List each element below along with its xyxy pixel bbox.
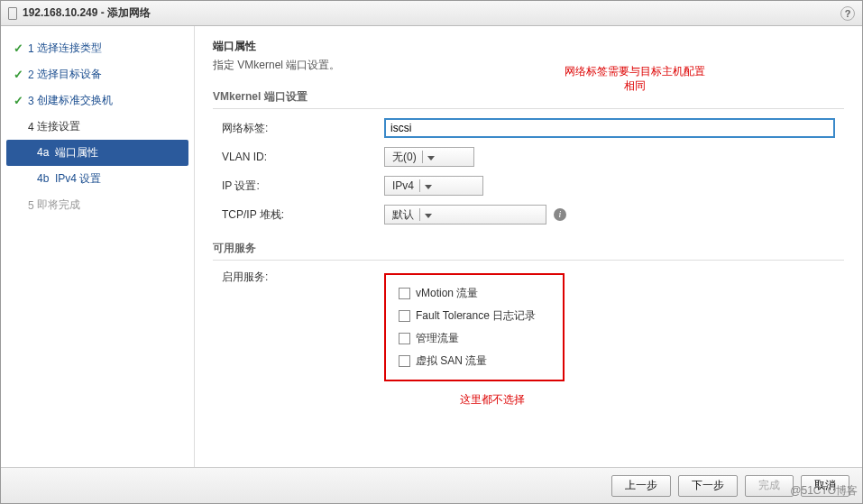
service-vmotion[interactable]: vMotion 流量	[399, 286, 550, 301]
substep-4b[interactable]: 4b IPv4 设置	[1, 166, 194, 192]
chevron-down-icon	[425, 185, 432, 189]
cancel-button[interactable]: 取消	[801, 475, 849, 497]
info-icon[interactable]: i	[554, 208, 566, 221]
wizard-sidebar: ✓ 1 选择连接类型 ✓ 2 选择目标设备 ✓ 3 创建标准交换机 4 连接设置…	[1, 26, 195, 467]
annotation-bottom: 这里都不选择	[420, 392, 565, 408]
services-annotation-box: vMotion 流量 Fault Tolerance 日志记录 管理流量	[384, 273, 565, 381]
check-icon: ✓	[14, 68, 28, 81]
tcpip-label: TCP/IP 堆栈:	[213, 207, 384, 223]
service-mgmt[interactable]: 管理流量	[399, 331, 550, 346]
check-icon: ✓	[14, 41, 28, 55]
chevron-down-icon	[427, 156, 435, 160]
step-1[interactable]: ✓ 1 选择连接类型	[1, 35, 194, 61]
dialog-footer: 上一步 下一步 完成 取消	[1, 467, 862, 503]
annotation-top: 网络标签需要与目标主机配置 相同	[565, 64, 705, 93]
host-icon	[8, 7, 17, 20]
finish-button: 完成	[745, 475, 794, 497]
checkbox-icon[interactable]	[399, 288, 410, 299]
step-4: 4 连接设置	[1, 114, 194, 140]
next-button[interactable]: 下一步	[678, 475, 738, 497]
checkbox-icon[interactable]	[399, 310, 410, 322]
wizard-content: 端口属性 指定 VMkernel 端口设置。 网络标签需要与目标主机配置 相同 …	[195, 26, 862, 467]
page-subtitle: 指定 VMkernel 端口设置。	[213, 58, 844, 73]
back-button[interactable]: 上一步	[611, 475, 671, 497]
service-vsan[interactable]: 虚拟 SAN 流量	[399, 353, 550, 369]
enable-services-label: 启用服务:	[213, 270, 384, 285]
checkbox-icon[interactable]	[399, 333, 410, 344]
step-5: 5 即将完成	[1, 192, 194, 218]
vlan-label: VLAN ID:	[213, 151, 384, 163]
dialog-titlebar: 192.168.10.249 - 添加网络 ?	[1, 1, 862, 26]
substep-4a[interactable]: 4a 端口属性	[6, 140, 188, 166]
service-ft[interactable]: Fault Tolerance 日志记录	[399, 308, 550, 324]
dialog-title: 192.168.10.249 - 添加网络	[23, 5, 151, 21]
ip-dropdown[interactable]: IPv4	[384, 176, 483, 196]
section-services: 可用服务	[213, 241, 844, 261]
help-icon[interactable]: ?	[840, 6, 855, 21]
checkbox-icon[interactable]	[399, 355, 410, 367]
step-2[interactable]: ✓ 2 选择目标设备	[1, 61, 194, 87]
step-3[interactable]: ✓ 3 创建标准交换机	[1, 87, 194, 114]
network-label-label: 网络标签:	[213, 121, 384, 136]
chevron-down-icon	[425, 214, 432, 218]
section-port-settings: VMkernel 端口设置	[213, 89, 844, 109]
vlan-dropdown[interactable]: 无(0)	[384, 147, 474, 167]
ip-label: IP 设置:	[213, 179, 384, 194]
page-title: 端口属性	[213, 39, 844, 54]
network-label-input[interactable]	[384, 118, 835, 138]
check-icon: ✓	[14, 94, 28, 107]
tcpip-dropdown[interactable]: 默认	[384, 205, 546, 225]
